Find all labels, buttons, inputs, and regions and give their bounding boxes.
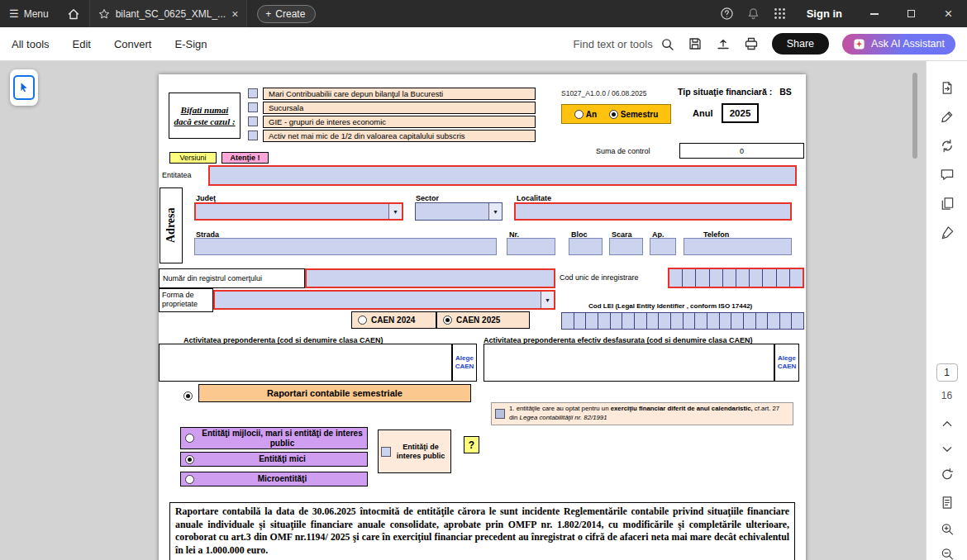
raportari-radio[interactable] — [183, 392, 193, 401]
an-option[interactable]: An — [574, 110, 597, 119]
notifications-button[interactable] — [741, 0, 767, 27]
minimize-button[interactable] — [855, 0, 893, 27]
checkbox-label-text: Activ net mai mic de 1/2 din valoarea ca… — [269, 131, 465, 140]
upload-cloud-button[interactable] — [716, 36, 731, 51]
caen2025-radio[interactable] — [443, 316, 452, 325]
chevron-down-icon[interactable]: ▼ — [488, 203, 502, 220]
tip-situatie: Tip situaţie financiară : BS — [678, 87, 792, 97]
menu-button[interactable]: ☰ Menu — [0, 0, 58, 27]
home-button[interactable] — [58, 0, 89, 27]
quick-tools-panel — [10, 69, 38, 106]
chevron-up-icon[interactable] — [941, 418, 953, 430]
close-button[interactable]: × — [930, 0, 967, 27]
atentie-button[interactable]: Atenţie ! — [222, 152, 269, 164]
comment-icon[interactable] — [939, 167, 955, 183]
versiuni-button[interactable]: Versiuni — [169, 152, 217, 164]
exercitiu-diferit-note: 1. entităţile care au optat pentru un ex… — [491, 402, 793, 425]
microentitati-option[interactable]: Microentităţi — [180, 472, 368, 486]
alege-caen-button-1[interactable]: Alege CAEN — [452, 344, 477, 382]
export-pdf-icon[interactable] — [939, 80, 955, 96]
ap-input[interactable] — [650, 238, 676, 255]
gie-checkbox[interactable] — [248, 116, 258, 126]
mari-contribuabili-checkbox[interactable] — [248, 88, 258, 98]
entitati-mici-radio[interactable] — [185, 455, 194, 464]
suma-input[interactable]: 0 — [679, 143, 804, 159]
entitatea-input[interactable] — [208, 165, 797, 186]
registru-input[interactable] — [305, 268, 555, 288]
suma-label: Suma de control — [596, 147, 650, 155]
caen2025-option[interactable]: CAEN 2025 — [436, 311, 530, 329]
bloc-input[interactable] — [569, 238, 603, 255]
zoom-out-icon[interactable] — [940, 547, 954, 560]
nr-input[interactable] — [507, 238, 555, 255]
help-icon — [720, 7, 734, 21]
interes-public-checkbox[interactable] — [381, 447, 391, 457]
activ-net-checkbox[interactable] — [248, 131, 258, 140]
lei-comb-input[interactable] — [561, 312, 804, 330]
exercitiu-diferit-checkbox[interactable] — [495, 409, 505, 419]
microentitati-radio[interactable] — [185, 475, 194, 484]
an-radio[interactable] — [574, 110, 584, 119]
strada-input[interactable] — [194, 238, 497, 255]
checkbox-label-text: Sucursala — [269, 103, 303, 112]
judet-select[interactable]: ▼ — [194, 202, 403, 221]
menu-all-tools[interactable]: All tools — [12, 38, 50, 50]
entitati-mijlocii-radio[interactable] — [185, 434, 194, 443]
caen2024-radio[interactable] — [358, 316, 367, 325]
fill-sign-icon[interactable] — [939, 225, 955, 240]
semestru-radio[interactable] — [609, 110, 618, 119]
entitati-mici-option[interactable]: Entităţi mici — [180, 452, 368, 467]
menu-convert[interactable]: Convert — [114, 38, 152, 50]
alege-caen-button-2[interactable]: Alege CAEN — [774, 344, 799, 382]
share-button[interactable]: Share — [772, 33, 829, 55]
zoom-in-icon[interactable] — [940, 522, 954, 536]
telefon-input[interactable] — [684, 238, 792, 255]
selection-tool-button[interactable] — [13, 75, 35, 100]
scara-input[interactable] — [609, 238, 643, 255]
apps-grid-icon — [774, 7, 786, 20]
checkbox-label: GIE - grupuri de interes economic — [263, 116, 536, 128]
lei-label: Cod LEI (Legal Entity Identifier , confo… — [588, 302, 752, 310]
activitate1-input[interactable] — [159, 344, 452, 382]
entitati-mijlocii-option[interactable]: Entităţi mijlocii, mari si entităţi de i… — [180, 427, 368, 449]
create-button[interactable]: + Create — [257, 5, 316, 23]
vertical-scrollbar-thumb[interactable] — [912, 73, 917, 159]
activitate2-input[interactable] — [483, 344, 774, 382]
entitatea-label: Entitatea — [162, 171, 192, 179]
maximize-button[interactable] — [893, 0, 930, 27]
save-button[interactable] — [688, 36, 703, 51]
print-button[interactable] — [744, 36, 759, 51]
semestru-option[interactable]: Semestru — [609, 110, 659, 119]
apps-grid-button[interactable] — [767, 0, 793, 27]
document-tab[interactable]: bilant_SC_0625_XML_... × — [89, 0, 248, 27]
cui-comb-input[interactable] — [668, 268, 804, 288]
page-view-icon[interactable] — [940, 496, 954, 510]
tip-label: Tip situaţie financiară : — [678, 87, 772, 97]
caen2024-option[interactable]: CAEN 2024 — [351, 311, 436, 329]
maximize-icon — [907, 10, 915, 17]
anul-input[interactable]: 2025 — [722, 103, 759, 123]
current-page-indicator[interactable]: 1 — [936, 363, 958, 382]
help-question-button[interactable]: ? — [464, 436, 479, 453]
sign-in-button[interactable]: Sign in — [807, 7, 842, 20]
organize-pages-icon[interactable] — [939, 196, 955, 211]
sector-select[interactable]: ▼ — [415, 202, 503, 221]
edit-pdf-icon[interactable] — [939, 109, 955, 125]
refresh-icon[interactable] — [940, 467, 954, 482]
nota-bold: exerciţiu financiar diferit de anul cale… — [611, 405, 753, 412]
menu-edit[interactable]: Edit — [73, 38, 91, 50]
ai-assistant-button[interactable]: Ask AI Assistant — [842, 34, 955, 55]
convert-pdf-icon[interactable] — [939, 138, 955, 154]
ai-assistant-label: Ask AI Assistant — [871, 38, 945, 50]
forma-select[interactable]: ▼ — [213, 290, 555, 310]
tab-close-icon[interactable]: × — [231, 7, 238, 21]
chevron-down-icon[interactable]: ▼ — [388, 204, 402, 219]
help-button[interactable] — [714, 0, 741, 27]
localitate-input[interactable] — [514, 202, 792, 221]
find-tools-button[interactable]: Find text or tools — [574, 37, 674, 51]
chevron-down-icon[interactable] — [941, 443, 953, 455]
chevron-down-icon[interactable]: ▼ — [541, 292, 554, 308]
menu-esign[interactable]: E-Sign — [174, 38, 207, 50]
localitate-label: Localitate — [517, 194, 551, 202]
sucursala-checkbox[interactable] — [248, 102, 258, 112]
